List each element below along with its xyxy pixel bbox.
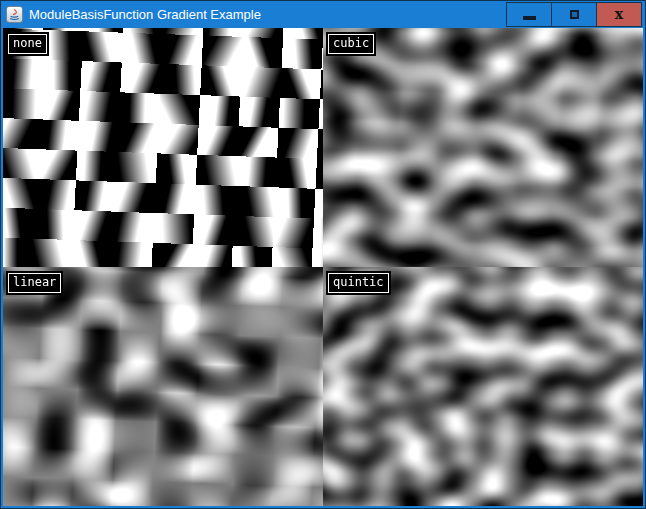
noise-canvas xyxy=(3,28,643,506)
panel-label-none: none xyxy=(8,34,47,54)
app-window: ModuleBasisFunction Gradient Example x n… xyxy=(0,0,646,509)
close-icon: x xyxy=(615,7,623,21)
minimize-icon xyxy=(523,16,536,20)
panel-label-quintic: quintic xyxy=(328,273,389,293)
window-controls: x xyxy=(507,2,642,27)
panel-label-cubic: cubic xyxy=(328,34,374,54)
window-title: ModuleBasisFunction Gradient Example xyxy=(29,1,261,28)
noise-render-area: none cubic linear quintic xyxy=(3,28,643,506)
titlebar[interactable]: ModuleBasisFunction Gradient Example x xyxy=(1,1,645,28)
panel-label-linear: linear xyxy=(8,273,61,293)
maximize-icon xyxy=(570,10,579,19)
java-coffee-cup-icon xyxy=(6,6,23,23)
close-button[interactable]: x xyxy=(596,2,642,27)
maximize-button[interactable] xyxy=(551,2,597,27)
minimize-button[interactable] xyxy=(506,2,552,27)
